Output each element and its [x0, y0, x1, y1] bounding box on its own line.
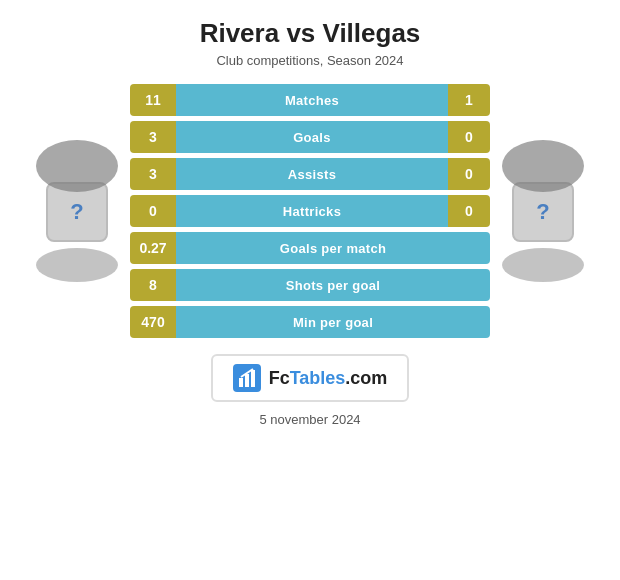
page-title: Rivera vs Villegas	[200, 18, 421, 49]
stat-left-hattricks: 0	[130, 195, 176, 227]
right-player-layout: ?	[502, 140, 584, 282]
stat-left-shots_per_goal: 8	[130, 269, 176, 301]
stat-row-shots_per_goal: 8Shots per goal	[130, 269, 490, 301]
stat-row-assists: 3Assists0	[130, 158, 490, 190]
svg-rect-2	[245, 374, 249, 387]
page-subtitle: Club competitions, Season 2024	[200, 53, 421, 68]
right-oval-top	[502, 140, 584, 192]
stat-left-goals_per_match: 0.27	[130, 232, 176, 264]
stat-label-assists: Assists	[176, 158, 448, 190]
stat-row-min_per_goal: 470Min per goal	[130, 306, 490, 338]
svg-rect-3	[251, 370, 255, 387]
stat-row-hattricks: 0Hattricks0	[130, 195, 490, 227]
stat-label-goals: Goals	[176, 121, 448, 153]
stat-label-hattricks: Hattricks	[176, 195, 448, 227]
fctables-logo-icon	[233, 364, 261, 392]
main-content: ? 11Matches13Goals03Assists00Hattricks00…	[0, 84, 620, 338]
svg-rect-1	[239, 378, 243, 387]
left-player-card: ?	[32, 111, 122, 311]
logo-text: FcTables.com	[269, 368, 388, 389]
stats-section: 11Matches13Goals03Assists00Hattricks00.2…	[130, 84, 490, 338]
stat-left-assists: 3	[130, 158, 176, 190]
footer-date: 5 november 2024	[259, 412, 360, 427]
stat-right-goals: 0	[448, 121, 490, 153]
stat-label-matches: Matches	[176, 84, 448, 116]
stat-right-hattricks: 0	[448, 195, 490, 227]
stat-left-goals: 3	[130, 121, 176, 153]
header: Rivera vs Villegas Club competitions, Se…	[200, 0, 421, 74]
stat-row-goals: 3Goals0	[130, 121, 490, 153]
right-player-icon: ?	[536, 199, 549, 225]
left-oval-top	[36, 140, 118, 192]
left-oval-bottom	[36, 248, 118, 282]
left-player-icon: ?	[70, 199, 83, 225]
stat-label-shots_per_goal: Shots per goal	[176, 269, 490, 301]
right-player-card: ?	[498, 111, 588, 311]
page-wrapper: Rivera vs Villegas Club competitions, Se…	[0, 0, 620, 580]
left-player-layout: ?	[36, 140, 118, 282]
stat-right-matches: 1	[448, 84, 490, 116]
stat-label-goals_per_match: Goals per match	[176, 232, 490, 264]
stat-left-matches: 11	[130, 84, 176, 116]
stat-left-min_per_goal: 470	[130, 306, 176, 338]
logo-area: FcTables.com	[211, 354, 410, 402]
stat-row-matches: 11Matches1	[130, 84, 490, 116]
stat-row-goals_per_match: 0.27Goals per match	[130, 232, 490, 264]
stat-right-assists: 0	[448, 158, 490, 190]
stat-label-min_per_goal: Min per goal	[176, 306, 490, 338]
right-oval-bottom	[502, 248, 584, 282]
